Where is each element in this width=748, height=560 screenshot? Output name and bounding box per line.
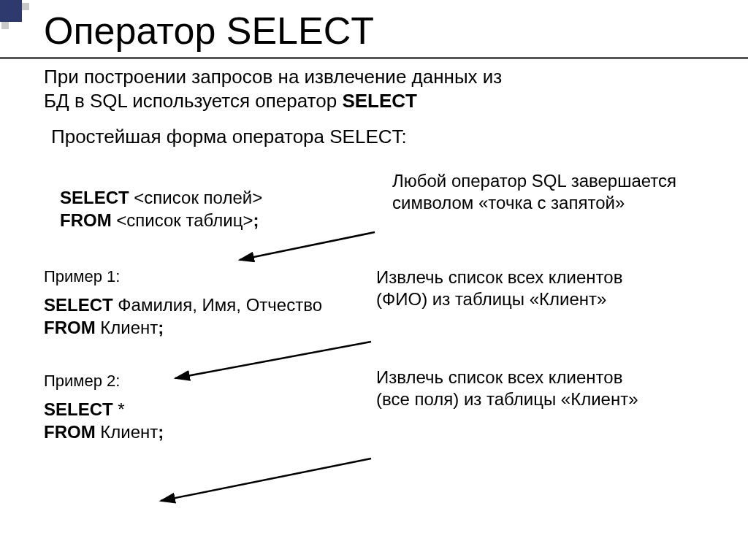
ex2-from-kw: FROM: [44, 422, 96, 442]
note3-line1: Извлечь список всех клиентов: [376, 367, 728, 388]
example2-block: Пример 2: SELECT * FROM Клиент;: [44, 371, 376, 443]
syntax-select-rest: <список полей>: [129, 188, 262, 207]
ex2-semicolon: ;: [158, 422, 164, 442]
example2-label: Пример 2:: [44, 371, 376, 392]
ex1-semicolon: ;: [158, 318, 164, 337]
row-example2: Пример 2: SELECT * FROM Клиент; Извлечь …: [44, 371, 728, 443]
intro-text: При построении запросов на извлечение да…: [44, 65, 728, 112]
intro-line1: При построении запросов на извлечение да…: [44, 66, 502, 88]
note1-line2: символом «точка с запятой»: [392, 192, 728, 214]
ex2-select-rest: *: [113, 399, 125, 419]
note-example2: Извлечь список всех клиентов (все поля) …: [376, 367, 728, 410]
note2-line1: Извлечь список всех клиентов: [376, 266, 728, 288]
ex2-select-kw: SELECT: [44, 399, 113, 419]
syntax-block: SELECT <список полей> FROM <список табли…: [60, 186, 392, 231]
ex2-from-rest: Клиент: [96, 422, 159, 442]
syntax-from-rest: <список таблиц>: [112, 210, 253, 230]
ex1-select-kw: SELECT: [44, 295, 113, 315]
syntax-from-kw: FROM: [60, 210, 112, 230]
ex1-select-rest: Фамилия, Имя, Отчество: [113, 295, 322, 315]
syntax-select-kw: SELECT: [60, 188, 129, 207]
note1-line1: Любой оператор SQL завершается: [392, 170, 728, 192]
syntax-semicolon: ;: [253, 210, 259, 230]
note-semicolon: Любой оператор SQL завершается символом …: [392, 170, 728, 214]
intro-line2: БД в SQL используется оператор: [44, 90, 342, 112]
note2-line2: (ФИО) из таблицы «Клиент»: [376, 288, 728, 310]
example1-label: Пример 1:: [44, 266, 376, 288]
intro-bold: SELECT: [342, 90, 417, 112]
slide-content: Оператор SELECT При построении запросов …: [0, 0, 748, 555]
note-example1: Извлечь список всех клиентов (ФИО) из та…: [376, 266, 728, 310]
title-underline: [0, 57, 748, 59]
ex1-from-rest: Клиент: [96, 318, 159, 337]
row-example1: Пример 1: SELECT Фамилия, Имя, Отчество …: [44, 266, 728, 339]
slide-title: Оператор SELECT: [44, 9, 728, 53]
ex1-from-kw: FROM: [44, 318, 96, 337]
subheading: Простейшая форма оператора SELECT:: [51, 126, 728, 148]
note3-line2: (все поля) из таблицы «Клиент»: [376, 388, 728, 410]
example1-block: Пример 1: SELECT Фамилия, Имя, Отчество …: [44, 266, 376, 339]
row-syntax: SELECT <список полей> FROM <список табли…: [44, 170, 728, 231]
